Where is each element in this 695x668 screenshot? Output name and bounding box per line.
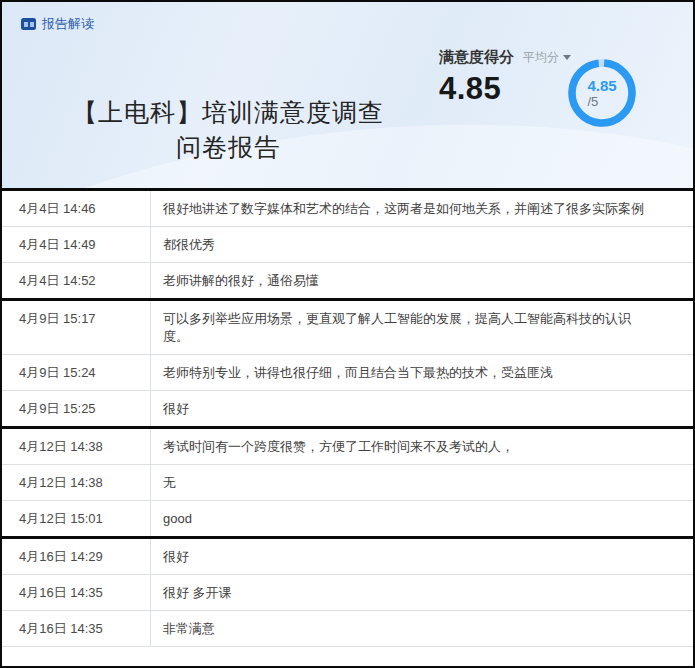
row-comment: 很好 多开课	[151, 575, 693, 610]
satisfaction-gauge: 4.85 /5	[568, 59, 636, 127]
comment-group-apr16: 4月16日 14:29 很好 4月16日 14:35 很好 多开课 4月16日 …	[2, 536, 693, 647]
table-row: 4月12日 14:38 无	[2, 465, 693, 501]
average-mode-selector[interactable]: 平均分	[523, 49, 571, 66]
row-time: 4月9日 15:24	[2, 355, 151, 390]
table-row: 4月9日 15:24 老师特别专业，讲得也很仔细，而且结合当下最热的技术，受益匪…	[2, 355, 693, 391]
page-title: 【上电科】培训满意度调查 问卷报告	[32, 95, 424, 165]
row-comment: 非常满意	[151, 611, 693, 646]
comment-group-apr4: 4月4日 14:46 很好地讲述了数字媒体和艺术的结合，这两者是如何地关系，并阐…	[2, 191, 693, 298]
row-time: 4月12日 15:01	[2, 501, 151, 536]
table-row: 4月4日 14:46 很好地讲述了数字媒体和艺术的结合，这两者是如何地关系，并阐…	[2, 191, 693, 227]
report-header: 报告解读 【上电科】培训满意度调查 问卷报告 满意度得分 平均分 4.85	[2, 2, 693, 191]
table-row: 4月9日 15:25 很好	[2, 391, 693, 426]
table-row: 4月12日 14:38 考试时间有一个跨度很赞，方便了工作时间来不及考试的人，	[2, 429, 693, 465]
score-value: 4.85	[439, 71, 571, 107]
row-time: 4月4日 14:49	[2, 227, 151, 262]
nav-report-interpretation-link[interactable]: 报告解读	[21, 15, 94, 33]
table-row: 4月9日 15:17 可以多列举些应用场景，更直观了解人工智能的发展，提高人工智…	[2, 301, 693, 355]
row-comment: good	[151, 501, 693, 536]
row-time: 4月16日 14:35	[2, 611, 151, 646]
average-mode-label: 平均分	[523, 49, 559, 66]
satisfaction-score-block: 满意度得分 平均分 4.85	[439, 48, 571, 107]
table-row: 4月16日 14:35 很好 多开课	[2, 575, 693, 611]
row-comment: 考试时间有一个跨度很赞，方便了工作时间来不及考试的人，	[151, 429, 693, 464]
report-page: 报告解读 【上电科】培训满意度调查 问卷报告 满意度得分 平均分 4.85	[0, 0, 695, 668]
row-time: 4月12日 14:38	[2, 429, 151, 464]
row-time: 4月9日 15:25	[2, 391, 151, 426]
row-time: 4月9日 15:17	[2, 301, 151, 354]
row-comment: 很好地讲述了数字媒体和艺术的结合，这两者是如何地关系，并阐述了很多实际案例	[151, 191, 693, 226]
row-comment: 老师特别专业，讲得也很仔细，而且结合当下最热的技术，受益匪浅	[151, 355, 693, 390]
comment-group-apr12: 4月12日 14:38 考试时间有一个跨度很赞，方便了工作时间来不及考试的人， …	[2, 426, 693, 536]
row-time: 4月4日 14:46	[2, 191, 151, 226]
table-row: 4月4日 14:49 都很优秀	[2, 227, 693, 263]
row-time: 4月16日 14:29	[2, 539, 151, 574]
nav-label: 报告解读	[42, 15, 94, 33]
page-title-line-2: 问卷报告	[32, 130, 424, 165]
row-comment: 很好	[151, 391, 693, 426]
row-time: 4月16日 14:35	[2, 575, 151, 610]
row-comment: 可以多列举些应用场景，更直观了解人工智能的发展，提高人工智能高科技的认识度。	[151, 301, 693, 354]
gauge-value: 4.85	[587, 77, 616, 94]
row-comment: 都很优秀	[151, 227, 693, 262]
gauge-denominator: /5	[587, 94, 616, 109]
table-row: 4月4日 14:52 老师讲解的很好，通俗易懂	[2, 263, 693, 298]
page-title-line-1: 【上电科】培训满意度调查	[32, 95, 424, 130]
table-row: 4月12日 15:01 good	[2, 501, 693, 536]
row-time: 4月12日 14:38	[2, 465, 151, 500]
comments-table: 4月4日 14:46 很好地讲述了数字媒体和艺术的结合，这两者是如何地关系，并阐…	[2, 191, 693, 647]
comment-group-apr9: 4月9日 15:17 可以多列举些应用场景，更直观了解人工智能的发展，提高人工智…	[2, 298, 693, 426]
row-comment: 很好	[151, 539, 693, 574]
table-row: 4月16日 14:35 非常满意	[2, 611, 693, 647]
score-label: 满意度得分	[439, 48, 514, 67]
row-comment: 老师讲解的很好，通俗易懂	[151, 263, 693, 298]
row-comment: 无	[151, 465, 693, 500]
report-book-icon	[21, 18, 36, 30]
table-row: 4月16日 14:29 很好	[2, 539, 693, 575]
row-time: 4月4日 14:52	[2, 263, 151, 298]
